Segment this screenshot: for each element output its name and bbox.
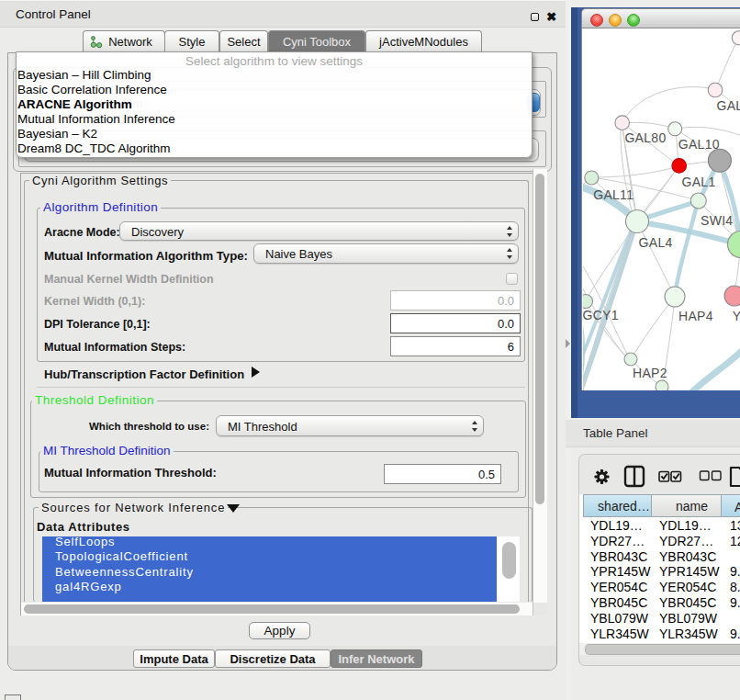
svg-text:GAL10: GAL10 bbox=[678, 137, 720, 152]
svg-text:HAP4: HAP4 bbox=[678, 309, 713, 323]
svg-text:GAL80: GAL80 bbox=[624, 130, 666, 145]
svg-text:GAL: GAL bbox=[717, 98, 740, 113]
svg-text:GCY1: GCY1 bbox=[583, 308, 619, 322]
svg-text:HAP2: HAP2 bbox=[633, 366, 667, 380]
svg-text:GAL11: GAL11 bbox=[593, 187, 633, 202]
svg-text:YJ: YJ bbox=[733, 309, 740, 323]
svg-text:GAL4: GAL4 bbox=[639, 235, 673, 250]
svg-text:GAL1: GAL1 bbox=[682, 175, 716, 189]
svg-text:SWI4: SWI4 bbox=[701, 213, 733, 228]
